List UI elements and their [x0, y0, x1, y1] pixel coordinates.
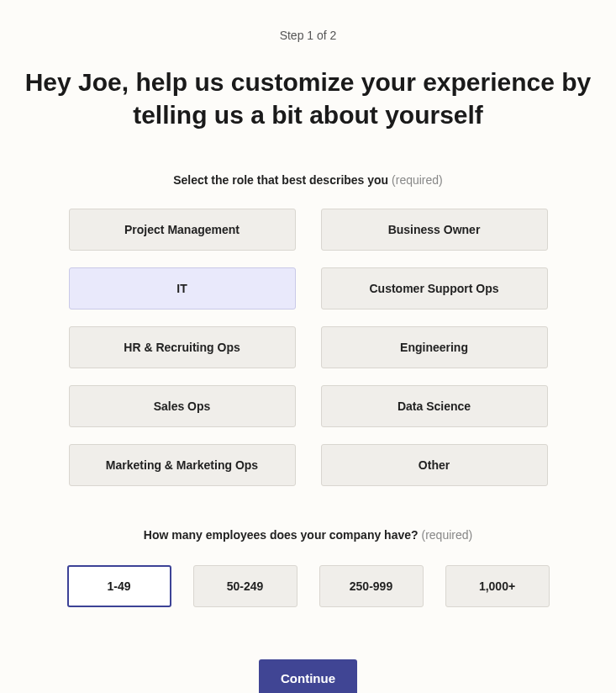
role-option[interactable]: Customer Support Ops: [321, 267, 548, 309]
role-section: Select the role that best describes you …: [69, 173, 548, 486]
role-option[interactable]: Other: [321, 444, 548, 486]
employee-section-label: How many employees does your company hav…: [144, 528, 472, 542]
employee-section: How many employees does your company hav…: [67, 528, 550, 607]
employee-option[interactable]: 1,000+: [445, 565, 550, 607]
role-option[interactable]: Marketing & Marketing Ops: [69, 444, 296, 486]
role-label-text: Select the role that best describes you: [173, 173, 388, 187]
onboarding-form: Step 1 of 2 Hey Joe, help us customize y…: [0, 0, 616, 693]
role-required-text: (required): [392, 173, 443, 187]
employee-option[interactable]: 250-999: [319, 565, 424, 607]
continue-button[interactable]: Continue: [259, 659, 357, 693]
employee-grid: 1-4950-249250-9991,000+: [67, 565, 550, 607]
role-option[interactable]: IT: [69, 267, 296, 309]
role-option[interactable]: Engineering: [321, 326, 548, 368]
role-option[interactable]: Sales Ops: [69, 385, 296, 427]
employee-required-text: (required): [421, 528, 472, 542]
role-option[interactable]: Data Science: [321, 385, 548, 427]
role-option[interactable]: HR & Recruiting Ops: [69, 326, 296, 368]
employee-option[interactable]: 50-249: [193, 565, 297, 607]
page-title: Hey Joe, help us customize your experien…: [14, 66, 603, 131]
role-section-label: Select the role that best describes you …: [173, 173, 443, 187]
role-grid: Project ManagementBusiness OwnerITCustom…: [69, 209, 548, 486]
employee-label-text: How many employees does your company hav…: [144, 528, 419, 542]
role-option[interactable]: Project Management: [69, 209, 296, 251]
employee-option[interactable]: 1-49: [67, 565, 171, 607]
role-option[interactable]: Business Owner: [321, 209, 548, 251]
step-indicator: Step 1 of 2: [280, 29, 337, 42]
